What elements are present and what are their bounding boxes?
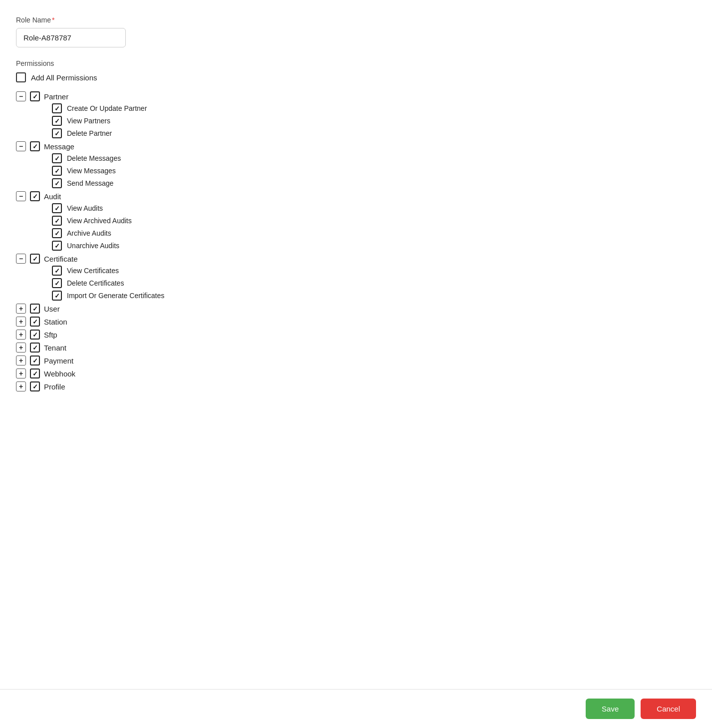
role-name-input[interactable] (16, 28, 126, 47)
add-all-checkbox[interactable] (16, 72, 26, 82)
add-all-permissions-row: Add All Permissions (16, 72, 696, 82)
section-label-payment: Payment (44, 357, 73, 365)
toggle-station[interactable]: + (16, 317, 26, 327)
checkbox-webhook[interactable] (30, 368, 40, 378)
checkbox-audit-child-0[interactable] (52, 203, 62, 213)
section-label-certificate: Certificate (44, 255, 78, 263)
section-audit: −AuditView AuditsView Archived AuditsArc… (16, 191, 696, 251)
section-profile: +Profile (16, 381, 696, 391)
cancel-button[interactable]: Cancel (641, 699, 696, 719)
toggle-partner[interactable]: − (16, 91, 26, 101)
toggle-sftp[interactable]: + (16, 330, 26, 340)
section-label-profile: Profile (44, 382, 65, 391)
role-name-label-text: Role Name (16, 16, 51, 24)
checkbox-partner-child-0[interactable] (52, 103, 62, 113)
child-label-message-0: Delete Messages (67, 154, 121, 162)
permissions-tree: −PartnerCreate Or Update PartnerView Par… (16, 91, 696, 391)
section-header-audit: −Audit (16, 191, 696, 201)
section-header-sftp: +Sftp (16, 330, 696, 340)
section-header-webhook: +Webhook (16, 368, 696, 378)
list-item: Create Or Update Partner (52, 103, 696, 113)
toggle-user[interactable]: + (16, 304, 26, 314)
child-label-certificate-1: Delete Certificates (67, 279, 124, 287)
toggle-webhook[interactable]: + (16, 368, 26, 378)
list-item: View Audits (52, 203, 696, 213)
checkbox-partner-child-2[interactable] (52, 128, 62, 138)
children-certificate: View CertificatesDelete CertificatesImpo… (16, 266, 696, 301)
section-label-station: Station (44, 318, 67, 326)
section-payment: +Payment (16, 356, 696, 365)
checkbox-message[interactable] (30, 141, 40, 151)
section-header-partner: −Partner (16, 91, 696, 101)
section-station: +Station (16, 317, 696, 327)
toggle-profile[interactable]: + (16, 381, 26, 391)
list-item: View Certificates (52, 266, 696, 276)
checkbox-certificate[interactable] (30, 254, 40, 264)
child-label-audit-1: View Archived Audits (67, 217, 132, 225)
checkbox-audit[interactable] (30, 191, 40, 201)
checkbox-audit-child-2[interactable] (52, 228, 62, 238)
section-header-station: +Station (16, 317, 696, 327)
section-tenant: +Tenant (16, 343, 696, 353)
list-item: Send Message (52, 178, 696, 188)
section-header-tenant: +Tenant (16, 343, 696, 353)
list-item: View Partners (52, 116, 696, 126)
checkbox-sftp[interactable] (30, 330, 40, 340)
children-partner: Create Or Update PartnerView PartnersDel… (16, 103, 696, 138)
child-label-certificate-0: View Certificates (67, 267, 119, 275)
toggle-payment[interactable]: + (16, 356, 26, 365)
checkbox-partner[interactable] (30, 91, 40, 101)
checkbox-certificate-child-2[interactable] (52, 291, 62, 301)
child-label-message-2: Send Message (67, 179, 113, 187)
section-label-audit: Audit (44, 192, 61, 201)
child-label-audit-0: View Audits (67, 204, 103, 212)
role-name-label: Role Name* (16, 16, 696, 24)
section-header-user: +User (16, 304, 696, 314)
toggle-certificate[interactable]: − (16, 254, 26, 264)
child-label-partner-1: View Partners (67, 117, 110, 125)
section-label-webhook: Webhook (44, 369, 75, 378)
list-item: Archive Audits (52, 228, 696, 238)
list-item: Delete Partner (52, 128, 696, 138)
section-user: +User (16, 304, 696, 314)
checkbox-certificate-child-1[interactable] (52, 278, 62, 288)
section-label-tenant: Tenant (44, 344, 66, 352)
list-item: Delete Certificates (52, 278, 696, 288)
toggle-message[interactable]: − (16, 141, 26, 151)
section-partner: −PartnerCreate Or Update PartnerView Par… (16, 91, 696, 138)
section-label-sftp: Sftp (44, 331, 57, 339)
toggle-tenant[interactable]: + (16, 343, 26, 353)
section-label-partner: Partner (44, 92, 68, 101)
section-webhook: +Webhook (16, 368, 696, 378)
children-audit: View AuditsView Archived AuditsArchive A… (16, 203, 696, 251)
child-label-certificate-2: Import Or Generate Certificates (67, 291, 164, 300)
checkbox-message-child-2[interactable] (52, 178, 62, 188)
main-content: Role Name* Permissions Add All Permissio… (0, 0, 712, 689)
checkbox-audit-child-1[interactable] (52, 216, 62, 226)
checkbox-message-child-0[interactable] (52, 153, 62, 163)
checkbox-profile[interactable] (30, 381, 40, 391)
checkbox-tenant[interactable] (30, 343, 40, 353)
list-item: Unarchive Audits (52, 241, 696, 251)
toggle-audit[interactable]: − (16, 191, 26, 201)
child-label-partner-0: Create Or Update Partner (67, 104, 147, 113)
required-star: * (52, 16, 54, 24)
section-header-message: −Message (16, 141, 696, 151)
checkbox-message-child-1[interactable] (52, 166, 62, 176)
list-item: Delete Messages (52, 153, 696, 163)
section-sftp: +Sftp (16, 330, 696, 340)
checkbox-payment[interactable] (30, 356, 40, 365)
checkbox-partner-child-1[interactable] (52, 116, 62, 126)
child-label-audit-3: Unarchive Audits (67, 242, 119, 250)
checkbox-user[interactable] (30, 304, 40, 314)
checkbox-station[interactable] (30, 317, 40, 327)
section-message: −MessageDelete MessagesView MessagesSend… (16, 141, 696, 188)
checkbox-certificate-child-0[interactable] (52, 266, 62, 276)
section-header-profile: +Profile (16, 381, 696, 391)
section-label-user: User (44, 305, 60, 313)
checkbox-audit-child-3[interactable] (52, 241, 62, 251)
section-header-certificate: −Certificate (16, 254, 696, 264)
list-item: Import Or Generate Certificates (52, 291, 696, 301)
save-button[interactable]: Save (586, 699, 635, 719)
list-item: View Archived Audits (52, 216, 696, 226)
